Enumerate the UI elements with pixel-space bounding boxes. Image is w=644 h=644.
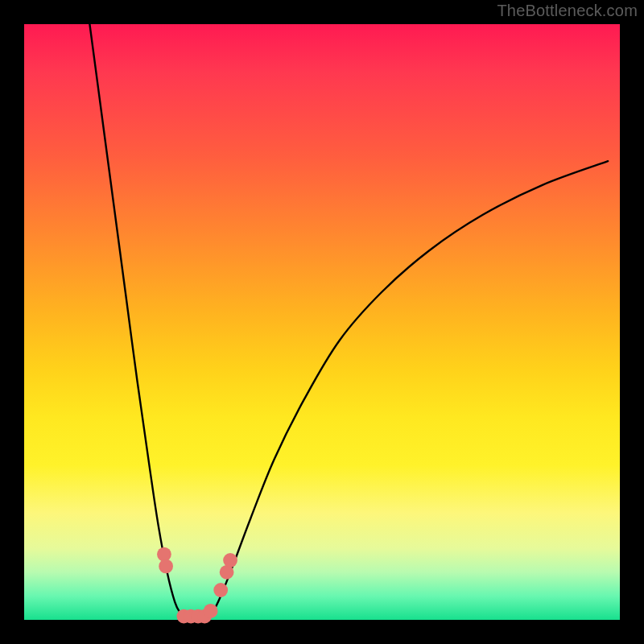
curve-left-curve	[89, 24, 184, 620]
curve-layer	[24, 24, 620, 620]
series-group	[89, 24, 608, 620]
marker-dot	[213, 583, 228, 597]
marker-dot	[223, 553, 237, 568]
chart-frame: TheBottleneck.com	[0, 0, 644, 644]
plot-area	[24, 24, 620, 620]
marker-group	[157, 547, 237, 624]
marker-dot	[159, 559, 173, 574]
curve-right-curve	[206, 161, 609, 620]
marker-dot	[204, 604, 218, 618]
watermark-text: TheBottleneck.com	[497, 2, 638, 20]
